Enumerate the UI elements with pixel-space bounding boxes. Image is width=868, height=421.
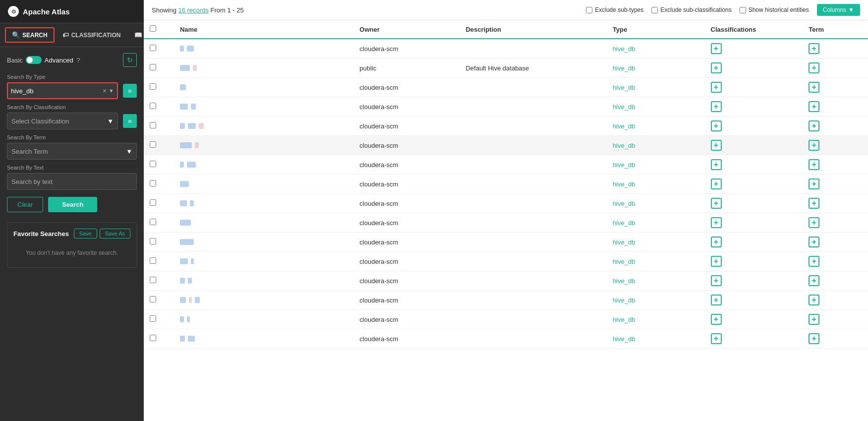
add-classification-button[interactable]: + (711, 179, 722, 189)
row-name[interactable] (174, 194, 353, 213)
row-classifications[interactable]: + (705, 136, 803, 155)
row-classifications[interactable]: + (705, 291, 803, 310)
exclude-subclassifications-option[interactable]: Exclude sub-classifications (651, 6, 731, 13)
row-term[interactable]: + (803, 136, 868, 155)
row-type[interactable]: hive_db (607, 39, 705, 59)
row-term[interactable]: + (803, 233, 868, 252)
row-type[interactable]: hive_db (607, 271, 705, 291)
row-term[interactable]: + (803, 329, 868, 349)
row-checkbox[interactable] (150, 161, 156, 167)
row-checkbox[interactable] (150, 257, 156, 264)
row-type[interactable]: hive_db (607, 252, 705, 271)
row-name[interactable] (174, 59, 353, 78)
add-classification-button[interactable]: + (711, 120, 722, 131)
add-term-button[interactable]: + (809, 140, 819, 151)
row-term[interactable]: + (803, 252, 868, 271)
save-as-button[interactable]: Save As (100, 229, 130, 239)
save-button[interactable]: Save (74, 229, 97, 239)
row-name[interactable] (174, 155, 353, 175)
text-input[interactable]: Search by text (7, 173, 137, 190)
row-term[interactable]: + (803, 155, 868, 175)
add-classification-button[interactable]: + (711, 159, 722, 170)
row-type[interactable]: hive_db (607, 291, 705, 310)
search-nav-btn[interactable]: 🔍 SEARCH (5, 27, 55, 43)
row-name[interactable] (174, 329, 353, 349)
add-term-button[interactable]: + (809, 198, 819, 209)
records-link[interactable]: 16 records (178, 6, 208, 14)
row-classifications[interactable]: + (705, 271, 803, 291)
type-filter-button[interactable]: ≡ (123, 84, 137, 98)
row-classifications[interactable]: + (705, 78, 803, 97)
row-classifications[interactable]: + (705, 310, 803, 329)
add-classification-button[interactable]: + (711, 314, 722, 325)
row-term[interactable]: + (803, 194, 868, 213)
row-classifications[interactable]: + (705, 329, 803, 349)
add-classification-button[interactable]: + (711, 101, 722, 112)
add-classification-button[interactable]: + (711, 140, 722, 151)
row-checkbox[interactable] (150, 277, 156, 283)
row-classifications[interactable]: + (705, 252, 803, 271)
row-term[interactable]: + (803, 78, 868, 97)
row-checkbox[interactable] (150, 141, 156, 148)
add-term-button[interactable]: + (809, 333, 819, 344)
row-classifications[interactable]: + (705, 155, 803, 175)
row-name[interactable] (174, 252, 353, 271)
row-type[interactable]: hive_db (607, 194, 705, 213)
row-name[interactable] (174, 39, 353, 59)
add-term-button[interactable]: + (809, 275, 819, 286)
row-checkbox[interactable] (150, 315, 156, 322)
add-classification-button[interactable]: + (711, 217, 722, 228)
exclude-subclassifications-checkbox[interactable] (651, 7, 658, 13)
classification-filter-button[interactable]: ≡ (123, 114, 137, 128)
row-type[interactable]: hive_db (607, 97, 705, 117)
add-classification-button[interactable]: + (711, 256, 722, 267)
row-name[interactable] (174, 233, 353, 252)
add-term-button[interactable]: + (809, 237, 819, 247)
search-type-input[interactable] (11, 87, 103, 95)
add-term-button[interactable]: + (809, 217, 819, 228)
row-checkbox[interactable] (150, 180, 156, 186)
row-type[interactable]: hive_db (607, 310, 705, 329)
add-classification-button[interactable]: + (711, 275, 722, 286)
add-term-button[interactable]: + (809, 256, 819, 267)
row-checkbox[interactable] (150, 83, 156, 90)
basic-advanced-toggle[interactable] (26, 56, 42, 64)
row-term[interactable]: + (803, 117, 868, 136)
row-classifications[interactable]: + (705, 117, 803, 136)
row-checkbox[interactable] (150, 122, 156, 128)
term-select[interactable]: Search Term ▼ (7, 143, 137, 160)
row-checkbox[interactable] (150, 199, 156, 206)
row-checkbox[interactable] (150, 103, 156, 109)
show-historical-option[interactable]: Show historical entities (740, 6, 809, 13)
add-term-button[interactable]: + (809, 179, 819, 189)
refresh-button[interactable]: ↻ (123, 53, 137, 67)
row-name[interactable] (174, 291, 353, 310)
row-term[interactable]: + (803, 175, 868, 194)
columns-button[interactable]: Columns ▼ (817, 4, 860, 16)
row-term[interactable]: + (803, 291, 868, 310)
add-term-button[interactable]: + (809, 314, 819, 325)
row-term[interactable]: + (803, 97, 868, 117)
add-classification-button[interactable]: + (711, 333, 722, 344)
row-classifications[interactable]: + (705, 233, 803, 252)
row-checkbox[interactable] (150, 296, 156, 302)
add-classification-button[interactable]: + (711, 295, 722, 305)
row-name[interactable] (174, 213, 353, 233)
classification-select[interactable]: Select Classification ▼ (7, 113, 118, 129)
row-classifications[interactable]: + (705, 39, 803, 59)
clear-button[interactable]: Clear (7, 197, 43, 212)
row-checkbox[interactable] (150, 64, 156, 70)
add-term-button[interactable]: + (809, 101, 819, 112)
add-term-button[interactable]: + (809, 120, 819, 131)
row-type[interactable]: hive_db (607, 136, 705, 155)
row-name[interactable] (174, 136, 353, 155)
select-all-checkbox[interactable] (150, 25, 156, 32)
row-type[interactable]: hive_db (607, 329, 705, 349)
row-type[interactable]: hive_db (607, 155, 705, 175)
row-type[interactable]: hive_db (607, 117, 705, 136)
clear-type-icon[interactable]: × (103, 87, 107, 95)
row-term[interactable]: + (803, 59, 868, 78)
exclude-subtypes-option[interactable]: Exclude sub-types (586, 6, 643, 13)
row-name[interactable] (174, 271, 353, 291)
row-classifications[interactable]: + (705, 59, 803, 78)
